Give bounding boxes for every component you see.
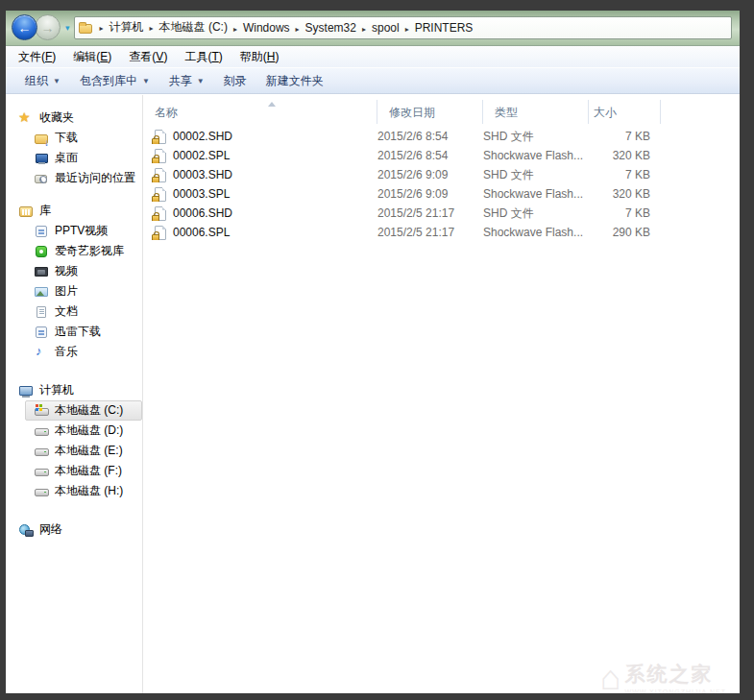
forward-button[interactable]: →	[35, 14, 61, 40]
back-button[interactable]: ←	[12, 14, 37, 40]
file-name-cell[interactable]: 00003.SHD	[143, 168, 377, 182]
file-name: 00002.SHD	[173, 130, 232, 143]
toolbar-item-label: 新建文件夹	[266, 73, 324, 89]
sidebar-item[interactable]: 本地磁盘 (F:)	[25, 461, 142, 481]
file-row[interactable]: 00003.SHD 2015/2/6 9:09 SHD 文件 7 KB	[143, 165, 740, 184]
file-name-cell[interactable]: 00002.SPL	[143, 149, 377, 163]
sidebar-section-children: PPTV视频 爱奇艺影视库 视频 图片 文档 迅雷下载 音乐	[6, 221, 142, 362]
toolbar-item-label: 共享	[169, 73, 192, 89]
column-header-label: 名称	[155, 106, 178, 119]
file-size: 320 KB	[589, 187, 661, 201]
toolbar-item-label: 包含到库中	[80, 73, 137, 89]
file-name-cell[interactable]: 00006.SHD	[143, 206, 377, 221]
sidebar-item-label: 下载	[55, 130, 78, 146]
column-header[interactable]: 修改日期	[377, 100, 483, 124]
sidebar-item[interactable]: PPTV视频	[25, 221, 142, 241]
breadcrumb: ▸计算机 ▸本地磁盘 (C:) ▸Windows ▸System32 ▸spoo…	[94, 19, 474, 36]
computer-icon	[18, 383, 34, 398]
sidebar-item[interactable]: 下载	[25, 128, 142, 148]
sidebar-item[interactable]: 迅雷下载	[25, 322, 142, 342]
breadcrumb-label[interactable]: System32	[305, 21, 356, 35]
menu-item[interactable]: 工具(T)	[176, 47, 231, 67]
sidebar-item[interactable]: 桌面	[25, 148, 142, 168]
file-type: Shockwave Flash...	[483, 226, 589, 239]
sidebar-item-label: 文档	[55, 303, 78, 320]
toolbar-item-label: 刻录	[224, 73, 247, 89]
sidebar-item-label: 最近访问的位置	[55, 170, 135, 186]
sidebar-item-label: 音乐	[55, 344, 78, 360]
sidebar-item[interactable]: 本地磁盘 (D:)	[25, 421, 142, 441]
toolbar-item[interactable]: 组织 ▼	[15, 69, 70, 93]
navigation-pane: 收藏夹 下载 桌面 最近访问的位置 库 PPTV视频 爱奇艺影视库 视频 图片 …	[6, 95, 143, 693]
file-row[interactable]: 00002.SPL 2015/2/6 8:54 Shockwave Flash.…	[143, 146, 740, 165]
breadcrumb-label[interactable]: 计算机	[109, 20, 144, 34]
breadcrumb-segment[interactable]: ▸System32	[290, 21, 356, 35]
file-name-cell[interactable]: 00003.SPL	[143, 187, 377, 202]
sidebar-item[interactable]: 音乐	[25, 342, 142, 362]
toolbar-item-label: 组织	[25, 73, 48, 89]
recent-pages-dropdown-icon[interactable]: ▾	[65, 23, 70, 33]
column-header[interactable]: 名称	[143, 100, 377, 124]
chevron-down-icon: ▼	[197, 77, 205, 85]
breadcrumb-arrow-icon: ▸	[144, 24, 159, 33]
address-bar[interactable]: ▸计算机 ▸本地磁盘 (C:) ▸Windows ▸System32 ▸spoo…	[74, 16, 732, 39]
sidebar-item[interactable]: 视频	[25, 261, 142, 281]
library-icon	[18, 204, 34, 219]
breadcrumb-arrow-icon: ▸	[228, 25, 243, 34]
star-icon	[18, 110, 34, 126]
sidebar-section: 库 PPTV视频 爱奇艺影视库 视频 图片 文档 迅雷下载 音乐	[6, 201, 142, 362]
sidebar-item[interactable]: 图片	[25, 281, 142, 302]
breadcrumb-label[interactable]: 本地磁盘 (C:)	[159, 20, 228, 34]
file-name-cell[interactable]: 00002.SHD	[143, 130, 377, 144]
breadcrumb-arrow-icon: ▸	[94, 24, 109, 33]
file-row[interactable]: 00006.SPL 2015/2/5 21:17 Shockwave Flash…	[143, 223, 740, 242]
breadcrumb-segment[interactable]: ▸PRINTERS	[400, 21, 474, 35]
menu-item[interactable]: 帮助(H)	[231, 47, 288, 67]
sidebar-item-label: PPTV视频	[55, 223, 108, 239]
file-size: 7 KB	[589, 130, 661, 143]
chevron-down-icon: ▼	[53, 77, 61, 85]
breadcrumb-label[interactable]: PRINTERS	[415, 21, 474, 35]
chevron-down-icon: ▼	[142, 77, 150, 85]
file-size: 290 KB	[589, 226, 661, 239]
sidebar-item[interactable]: 本地磁盘 (C:)	[25, 400, 142, 421]
column-header[interactable]: 类型	[483, 100, 589, 124]
menu-item[interactable]: 文件(F)	[10, 47, 64, 67]
menu-bar: 文件(F)编辑(E)查看(V)工具(T)帮助(H)	[6, 46, 740, 67]
file-row[interactable]: 00002.SHD 2015/2/6 8:54 SHD 文件 7 KB	[143, 127, 740, 146]
file-row[interactable]: 00006.SHD 2015/2/5 21:17 SHD 文件 7 KB	[143, 204, 740, 223]
file-row[interactable]: 00003.SPL 2015/2/6 9:09 Shockwave Flash.…	[143, 184, 740, 204]
file-date: 2015/2/6 8:54	[377, 130, 483, 143]
sidebar-section-label: 计算机	[39, 382, 74, 398]
sidebar-section-header[interactable]: 库	[6, 201, 142, 221]
toolbar-item[interactable]: 共享 ▼	[159, 69, 214, 93]
sidebar-section-header[interactable]: 计算机	[6, 380, 142, 400]
music-icon	[34, 345, 49, 360]
toolbar-item[interactable]: 刻录	[214, 69, 256, 93]
desktop-icon	[34, 151, 49, 166]
breadcrumb-segment[interactable]: ▸计算机	[94, 19, 144, 36]
menu-item[interactable]: 编辑(E)	[64, 47, 120, 67]
iqiyi-icon	[34, 244, 49, 259]
sidebar-item[interactable]: 爱奇艺影视库	[25, 241, 142, 261]
sidebar-item[interactable]: 最近访问的位置	[25, 168, 142, 188]
sidebar-item[interactable]: 本地磁盘 (E:)	[25, 441, 142, 461]
pictures-icon	[34, 284, 49, 300]
breadcrumb-segment[interactable]: ▸本地磁盘 (C:)	[144, 19, 228, 36]
sidebar-section-header[interactable]: 网络	[6, 519, 142, 540]
toolbar-item[interactable]: 新建文件夹	[256, 69, 333, 93]
sidebar-item[interactable]: 文档	[25, 302, 142, 322]
toolbar-item[interactable]: 包含到库中 ▼	[70, 69, 159, 93]
file-name-cell[interactable]: 00006.SPL	[143, 226, 377, 240]
breadcrumb-label[interactable]: spool	[372, 21, 400, 35]
breadcrumb-segment[interactable]: ▸spool	[356, 21, 400, 35]
sidebar-section-header[interactable]: 收藏夹	[6, 108, 142, 128]
sidebar-item[interactable]: 本地磁盘 (H:)	[25, 481, 142, 501]
breadcrumb-label[interactable]: Windows	[243, 21, 290, 35]
file-date: 2015/2/6 8:54	[377, 149, 483, 162]
locked-file-icon	[155, 187, 166, 202]
column-header[interactable]: 大小	[589, 100, 661, 124]
breadcrumb-segment[interactable]: ▸Windows	[228, 21, 290, 35]
forward-arrow-icon: →	[41, 21, 55, 35]
menu-item[interactable]: 查看(V)	[120, 47, 176, 67]
